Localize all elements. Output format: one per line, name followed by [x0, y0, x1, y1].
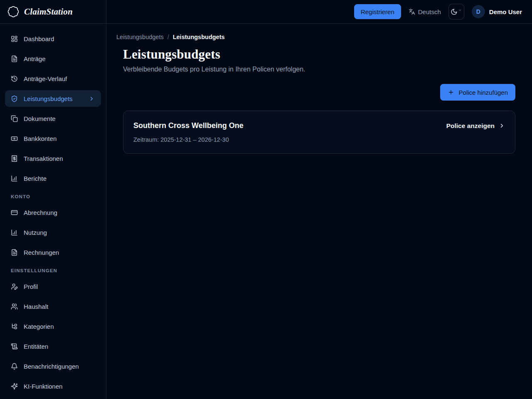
tree-icon	[11, 323, 18, 330]
breadcrumb-current: Leistungsbudgets	[173, 34, 225, 40]
bell-icon	[11, 363, 18, 370]
language-label: Deutsch	[418, 8, 441, 15]
credit-card-icon	[11, 209, 18, 216]
chevron-right-icon	[499, 123, 505, 129]
documents-icon	[11, 115, 18, 122]
app-root: ClaimStation Dashboard Anträge Anträge-V…	[0, 0, 532, 399]
sidebar-item-label: Haushalt	[24, 303, 48, 310]
sidebar-section-konto: KONTO	[11, 194, 95, 199]
sidebar-item-haushalt[interactable]: Haushalt	[5, 298, 101, 315]
file-text-icon	[11, 55, 18, 62]
plus-icon	[448, 89, 454, 96]
sidebar-item-dashboard[interactable]: Dashboard	[5, 30, 101, 47]
sidebar-item-label: Leistungsbudgets	[24, 95, 73, 102]
sidebar-section-einstellungen: EINSTELLUNGEN	[11, 268, 95, 273]
sidebar-item-label: Dashboard	[24, 35, 54, 42]
chart-column-icon	[11, 229, 18, 236]
sidebar-item-kategorien[interactable]: Kategorien	[5, 318, 101, 335]
sidebar-item-entitaeten[interactable]: Entitäten	[5, 338, 101, 355]
language-selector[interactable]: Deutsch	[409, 8, 441, 15]
sidebar-item-label: Dokumente	[24, 115, 56, 122]
sidebar-item-benachrichtigungen[interactable]: Benachrichtigungen	[5, 358, 101, 374]
sidebar-item-antraege[interactable]: Anträge	[5, 50, 101, 67]
brand-header[interactable]: ClaimStation	[0, 0, 106, 24]
top-header: Registrieren Deutsch D Demo User	[106, 0, 532, 24]
user-menu[interactable]: D Demo User	[472, 5, 522, 18]
policy-card: Southern Cross Wellbeing One Police anze…	[123, 111, 515, 154]
theme-toggle-button[interactable]	[448, 4, 464, 20]
receipt-icon	[11, 155, 18, 162]
register-button[interactable]: Registrieren	[354, 4, 401, 19]
view-policy-link[interactable]: Police anzeigen	[446, 122, 505, 130]
user-pen-icon	[11, 283, 18, 290]
policy-name: Southern Cross Wellbeing One	[133, 121, 244, 130]
main-area: Registrieren Deutsch D Demo User Leistun…	[106, 0, 532, 399]
sidebar-item-label: Anträge-Verlauf	[24, 75, 67, 82]
sidebar-item-label: KI-Funktionen	[24, 383, 62, 390]
chevron-right-icon	[88, 96, 95, 102]
add-policy-label: Police hinzufügen	[459, 89, 508, 96]
claimstation-logo-icon	[7, 5, 20, 18]
user-name: Demo User	[489, 8, 522, 15]
sidebar-item-label: Kategorien	[24, 323, 54, 330]
sidebar-item-antraege-verlauf[interactable]: Anträge-Verlauf	[5, 70, 101, 87]
sidebar-item-nutzung[interactable]: Nutzung	[5, 224, 101, 241]
page-subtitle: Verbleibende Budgets pro Leistung in Ihr…	[123, 66, 515, 73]
sidebar-item-label: Rechnungen	[24, 249, 59, 256]
chart-column-icon	[11, 175, 18, 182]
sidebar-nav: Dashboard Anträge Anträge-Verlauf Leistu…	[0, 24, 106, 399]
sidebar-item-dokumente[interactable]: Dokumente	[5, 110, 101, 127]
sidebar-item-label: Nutzung	[24, 229, 47, 236]
sidebar-item-rechnungen[interactable]: Rechnungen	[5, 244, 101, 261]
sidebar: ClaimStation Dashboard Anträge Anträge-V…	[0, 0, 106, 399]
users-icon	[11, 303, 18, 310]
sidebar-item-ki-funktionen[interactable]: KI-Funktionen	[5, 378, 101, 394]
sidebar-item-bankkonten[interactable]: Bankkonten	[5, 130, 101, 147]
view-policy-label: Police anzeigen	[446, 122, 495, 130]
layout-dashboard-icon	[11, 35, 18, 42]
brand-name: ClaimStation	[24, 7, 73, 17]
toolbar: Police hinzufügen	[123, 84, 515, 101]
sidebar-item-label: Bankkonten	[24, 135, 57, 142]
breadcrumb-separator: /	[167, 34, 169, 40]
sparkles-icon	[11, 383, 18, 390]
breadcrumb-parent[interactable]: Leistungsbudgets	[116, 34, 164, 40]
sidebar-item-berichte[interactable]: Berichte	[5, 170, 101, 187]
moon-icon	[451, 8, 458, 15]
policy-card-row: Southern Cross Wellbeing One Police anze…	[133, 121, 505, 130]
sidebar-item-label: Anträge	[24, 55, 46, 62]
sidebar-item-leistungsbudgets[interactable]: Leistungsbudgets	[5, 90, 101, 107]
banknote-icon	[11, 135, 18, 142]
breadcrumb: Leistungsbudgets / Leistungsbudgets	[116, 34, 522, 40]
sidebar-item-transaktionen[interactable]: Transaktionen	[5, 150, 101, 167]
sidebar-item-label: Abrechnung	[24, 209, 57, 216]
file-text-icon	[11, 249, 18, 256]
sidebar-item-label: Profil	[24, 283, 38, 290]
history-icon	[11, 75, 18, 82]
sidebar-item-label: Transaktionen	[24, 155, 63, 162]
sidebar-item-label: Entitäten	[24, 343, 48, 350]
sidebar-item-profil[interactable]: Profil	[5, 278, 101, 295]
chevron-down-icon	[458, 8, 462, 12]
page-title: Leistungsbudgets	[123, 47, 515, 62]
shield-check-icon	[11, 95, 18, 102]
add-policy-button[interactable]: Police hinzufügen	[440, 84, 515, 101]
languages-icon	[409, 8, 415, 15]
sidebar-item-label: Berichte	[24, 175, 47, 182]
page-inner: Leistungsbudgets Verbleibende Budgets pr…	[116, 47, 522, 154]
page-content: Leistungsbudgets / Leistungsbudgets Leis…	[106, 24, 532, 164]
avatar: D	[472, 5, 485, 18]
sidebar-item-label: Benachrichtigungen	[24, 363, 79, 370]
sidebar-item-abrechnung[interactable]: Abrechnung	[5, 204, 101, 221]
scroll-text-icon	[11, 343, 18, 350]
policy-period: Zeitraum: 2025-12-31 – 2026-12-30	[133, 136, 505, 143]
